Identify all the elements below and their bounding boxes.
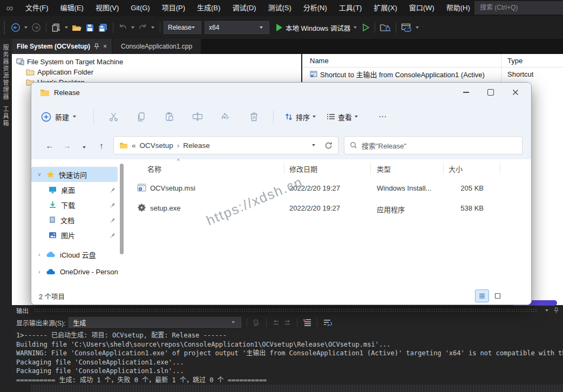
- server-explorer-tab[interactable]: 服务器资源管理器: [2, 44, 10, 100]
- chevron-collapsed-icon[interactable]: ›: [37, 252, 42, 258]
- chevron-collapsed-icon[interactable]: ›: [37, 269, 42, 275]
- address-bar[interactable]: « OCVsetup › Release: [113, 136, 338, 154]
- column-header-name[interactable]: 名称: [147, 164, 161, 174]
- type-column-header[interactable]: Type: [501, 57, 523, 65]
- see-more-button[interactable]: ⋯: [378, 112, 386, 121]
- new-item-button[interactable]: 新建: [41, 112, 76, 122]
- pin-icon[interactable]: [94, 43, 99, 50]
- column-divider[interactable]: [443, 163, 444, 174]
- explorer-search-input[interactable]: 搜索"Release": [344, 136, 523, 154]
- share-button[interactable]: [212, 112, 240, 122]
- copy-button[interactable]: [127, 112, 155, 122]
- menu-git[interactable]: Git(G): [125, 0, 155, 16]
- explorer-title-bar[interactable]: Release: [31, 83, 531, 102]
- menu-debug[interactable]: 调试(D): [226, 0, 262, 16]
- nav-back-button[interactable]: ←: [41, 141, 58, 150]
- paste-button[interactable]: [155, 112, 184, 122]
- next-message-icon[interactable]: [283, 319, 291, 326]
- platform-combobox[interactable]: x64: [205, 21, 269, 34]
- tree-item-target-machine[interactable]: File System on Target Machine: [12, 54, 301, 67]
- menu-test[interactable]: 测试(S): [262, 0, 297, 16]
- cut-button[interactable]: [99, 112, 127, 122]
- nav-history-button[interactable]: [76, 141, 93, 150]
- menu-window[interactable]: 窗口(W): [403, 0, 440, 16]
- sidebar-item-desktop[interactable]: 桌面: [31, 182, 127, 197]
- deploy-button[interactable]: [401, 23, 412, 32]
- close-icon[interactable]: ×: [103, 43, 107, 50]
- back-dropdown-icon[interactable]: [24, 26, 28, 29]
- tab-file-system-ocvsetup[interactable]: File System (OCVsetup) ×: [12, 39, 112, 54]
- new-project-button[interactable]: [51, 23, 61, 32]
- save-button[interactable]: [85, 23, 94, 32]
- new-dropdown-icon[interactable]: [65, 26, 68, 29]
- menu-analyze[interactable]: 分析(N): [297, 0, 333, 16]
- save-all-button[interactable]: [98, 23, 108, 32]
- menu-build[interactable]: 生成(B): [191, 0, 226, 16]
- build-output-log[interactable]: 1>------ 已启动生成: 项目: OCVsetup, 配置: Releas…: [12, 329, 563, 385]
- redo-button[interactable]: [138, 23, 147, 32]
- details-view-button[interactable]: [475, 289, 489, 302]
- find-in-files-button[interactable]: [380, 23, 391, 32]
- toolbar-grip[interactable]: [3, 21, 6, 35]
- minimize-button[interactable]: [453, 83, 478, 102]
- column-divider[interactable]: [284, 163, 284, 174]
- sidebar-item-pictures[interactable]: 图片: [31, 227, 127, 242]
- word-wrap-icon[interactable]: [323, 319, 332, 326]
- sidebar-scrollbar[interactable]: [120, 164, 124, 254]
- menu-project[interactable]: 项目(P): [156, 0, 191, 16]
- column-divider[interactable]: [370, 163, 371, 174]
- window-position-icon[interactable]: [545, 309, 548, 312]
- nav-up-button[interactable]: ↑: [93, 141, 110, 150]
- find-message-icon[interactable]: [253, 319, 261, 326]
- redo-dropdown-icon[interactable]: [151, 26, 154, 29]
- menu-view[interactable]: 视图(V): [90, 0, 125, 16]
- view-button[interactable]: 查看: [327, 112, 358, 122]
- menu-edit[interactable]: 编辑(E): [55, 0, 90, 16]
- refresh-icon[interactable]: [324, 141, 333, 150]
- sidebar-item-onedrive[interactable]: › OneDrive - Person: [31, 264, 127, 279]
- column-divider[interactable]: [500, 163, 500, 174]
- breadcrumb-ocvsetup[interactable]: OCVsetup: [140, 141, 173, 150]
- breadcrumb-release[interactable]: Release: [183, 141, 210, 150]
- sidebar-item-icloud[interactable]: › iCloud 云盘: [31, 247, 127, 262]
- menu-extensions[interactable]: 扩展(X): [368, 0, 403, 16]
- sidebar-item-downloads[interactable]: 下载: [31, 197, 127, 212]
- maximize-button[interactable]: [478, 83, 503, 102]
- delete-button[interactable]: [240, 112, 268, 122]
- toolbar-options-icon[interactable]: [416, 26, 419, 29]
- nav-forward-button[interactable]: →: [58, 141, 76, 150]
- menu-help[interactable]: 帮助(H): [440, 0, 476, 16]
- output-source-combobox[interactable]: 生成: [69, 317, 241, 328]
- previous-message-icon[interactable]: [272, 319, 280, 326]
- column-header-size[interactable]: 大小: [449, 164, 463, 174]
- undo-button[interactable]: [118, 23, 127, 32]
- vs-search-input[interactable]: 搜索 (Ctrl+Q): [474, 1, 563, 15]
- clear-all-icon[interactable]: [303, 319, 311, 326]
- shortcut-row[interactable]: Shortcut to 主输出 from ConsoleApplication1…: [302, 67, 563, 80]
- output-header[interactable]: 输出: [12, 305, 563, 315]
- start-without-debugging-button[interactable]: [362, 23, 370, 32]
- open-file-button[interactable]: [72, 23, 82, 32]
- close-button[interactable]: [503, 83, 528, 102]
- toolbox-tab[interactable]: 工具箱: [2, 106, 10, 127]
- navigate-forward-button[interactable]: [31, 23, 41, 32]
- pin-icon[interactable]: [554, 307, 559, 314]
- sidebar-item-documents[interactable]: 文档: [31, 212, 127, 227]
- breadcrumb-ellipsis[interactable]: «: [132, 141, 136, 150]
- sidebar-item-quick-access[interactable]: ˅ 快速访问: [31, 167, 118, 182]
- panel-drag-handle[interactable]: [34, 308, 538, 312]
- tab-consoleapplication1-cpp[interactable]: ConsoleApplication1.cpp: [112, 39, 201, 54]
- menu-tools[interactable]: 工具(T): [333, 0, 368, 16]
- rename-button[interactable]: [184, 112, 212, 121]
- bottom-scrollbar-strip[interactable]: [0, 384, 563, 392]
- address-dropdown-icon[interactable]: [312, 144, 315, 146]
- column-header-type[interactable]: 类型: [377, 164, 391, 174]
- name-column-header[interactable]: Name: [302, 57, 501, 65]
- tree-item-application-folder[interactable]: Application Folder: [12, 67, 301, 77]
- start-debugging-button[interactable]: 本地 Windows 调试器: [274, 23, 359, 33]
- menu-file[interactable]: 文件(F): [19, 0, 55, 16]
- configuration-combobox[interactable]: Release: [164, 21, 201, 34]
- column-header-date[interactable]: 修改日期: [289, 164, 317, 174]
- navigate-back-button[interactable]: [11, 23, 21, 32]
- thumbnail-view-button[interactable]: [491, 290, 504, 302]
